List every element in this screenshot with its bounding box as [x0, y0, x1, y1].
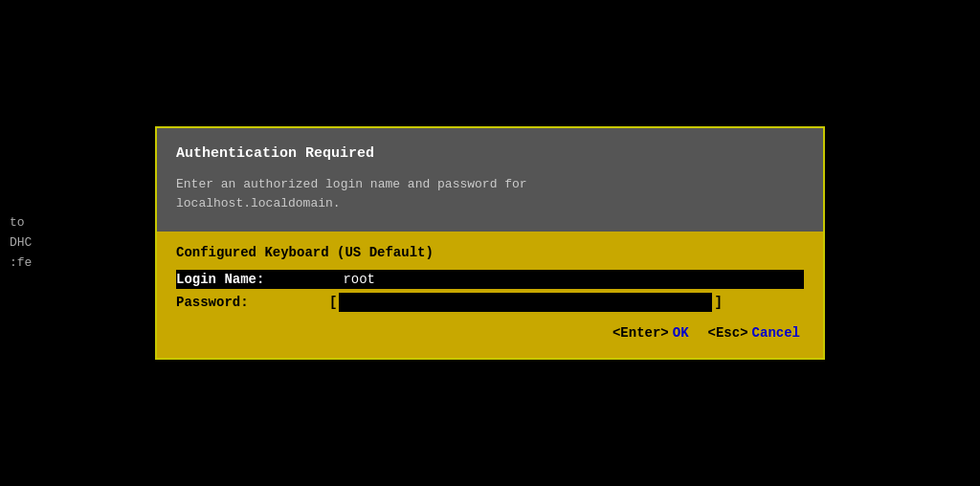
cancel-button[interactable]: <Esc> Cancel [708, 325, 800, 341]
message-line2: localhost.localdomain. [176, 196, 341, 210]
login-name-label: Login Name: [176, 272, 329, 287]
password-bracket-open: [ [329, 295, 337, 310]
login-bracket-open: [ [329, 272, 337, 287]
dialog-header: Authentication Required Enter an authori… [157, 128, 823, 232]
ok-button[interactable]: <Enter> OK [612, 325, 689, 341]
password-label: Password: [176, 295, 329, 310]
login-bracket-close: ] [714, 272, 722, 287]
message-line1: Enter an authorized login name and passw… [176, 177, 527, 191]
dialog-body: Configured Keyboard (US Default) Login N… [157, 232, 823, 358]
enter-key-label: <Enter> [612, 325, 669, 341]
terminal-background-text: to DHC :fe [10, 213, 32, 273]
auth-dialog: Authentication Required Enter an authori… [155, 126, 825, 360]
password-bracket-close: ] [714, 295, 722, 310]
cancel-label: Cancel [752, 325, 800, 341]
esc-key-label: <Esc> [708, 325, 748, 341]
ok-label: OK [673, 325, 689, 341]
login-name-input[interactable] [339, 270, 712, 289]
dialog-title: Authentication Required [176, 145, 804, 162]
button-row: <Enter> OK <Esc> Cancel [176, 325, 804, 341]
password-input[interactable] [339, 293, 712, 312]
password-row: Password: [ ] [176, 293, 804, 312]
keyboard-label: Configured Keyboard (US Default) [176, 245, 804, 260]
dialog-message: Enter an authorized login name and passw… [176, 175, 804, 212]
login-name-row: Login Name: [ ] [176, 270, 804, 289]
